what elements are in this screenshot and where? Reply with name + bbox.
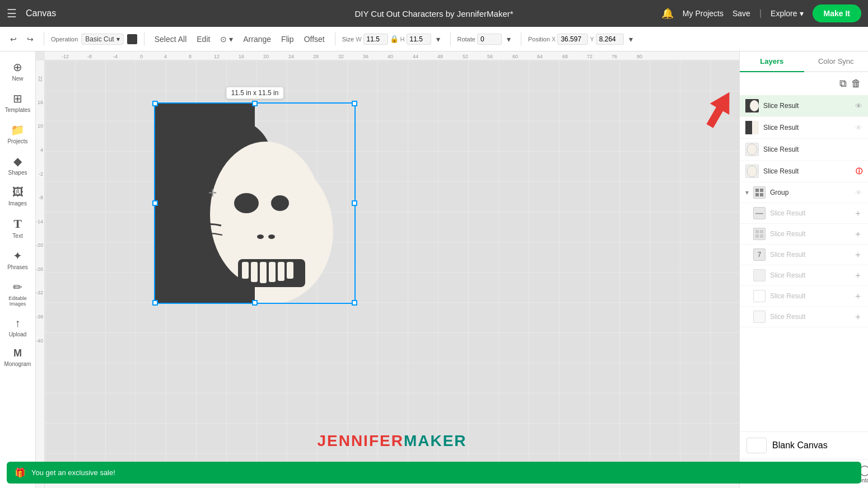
my-projects-link[interactable]: My Projects [683, 9, 724, 18]
layer-item[interactable]: Slice Result ⓘ [740, 161, 868, 182]
blank-canvas-item[interactable]: Blank Canvas [740, 431, 868, 459]
info-icon[interactable]: ⓘ [856, 167, 862, 176]
layer-item[interactable]: Slice Result ＋ [740, 265, 868, 286]
canvas-content[interactable]: 11.5 in x 11.5 in [45, 60, 739, 470]
templates-icon: ⊞ [13, 92, 22, 105]
layer-thumbnail [753, 228, 766, 240]
rotate-unit-button[interactable]: ▾ [503, 32, 514, 46]
layer-thumbnail [745, 165, 759, 178]
plus-icon[interactable]: ＋ [853, 290, 862, 302]
save-button[interactable]: Save [732, 9, 750, 18]
x-input[interactable] [557, 34, 588, 45]
height-input[interactable] [407, 34, 431, 45]
plus-icon[interactable]: ＋ [853, 270, 862, 281]
offset-button[interactable]: Offset [301, 32, 328, 46]
layer-item[interactable]: Slice Result 👁 [740, 95, 868, 117]
chevron-down-icon[interactable]: ▾ [745, 189, 749, 196]
toolbar-sep-2 [144, 32, 144, 46]
plus-icon: ⊕ [13, 60, 22, 74]
layer-item[interactable]: — Slice Result ＋ [740, 203, 868, 224]
svg-rect-22 [760, 189, 763, 192]
rotate-input[interactable] [477, 34, 502, 45]
sidebar-item-images[interactable]: 🖼 Images [2, 181, 34, 211]
plus-icon[interactable]: ＋ [853, 228, 862, 240]
layer-item[interactable]: Slice Result ＋ [740, 286, 868, 307]
toolbar-sep-1 [44, 32, 44, 46]
layer-item[interactable]: Slice Result [740, 139, 868, 161]
upload-icon: ↑ [15, 317, 21, 330]
toolbar-sep-3 [335, 32, 335, 46]
layer-item[interactable]: Slice Result 👁 [740, 117, 868, 139]
handle-middle-left[interactable] [152, 200, 158, 206]
plus-icon[interactable]: ＋ [853, 311, 862, 323]
plus-icon[interactable]: ＋ [853, 208, 862, 219]
width-input[interactable] [363, 34, 388, 45]
bell-icon[interactable]: 🔔 [661, 7, 674, 20]
notification-text: You get an exclusive sale! [31, 468, 115, 477]
tab-color-sync[interactable]: Color Sync [804, 51, 869, 72]
undo-button[interactable]: ↩ [7, 32, 20, 46]
canvas-label: Canvas [26, 8, 56, 18]
layers-list[interactable]: Slice Result 👁 Slice Result 👁 [740, 95, 868, 431]
delete-button[interactable]: 🗑 [851, 78, 861, 90]
sidebar-item-projects[interactable]: 📁 Projects [2, 119, 34, 149]
y-input[interactable] [596, 34, 624, 45]
lock-icon[interactable]: 🔒 [390, 35, 399, 43]
size-unit-button[interactable]: ▾ [433, 32, 444, 46]
layer-thumbnail [745, 143, 759, 156]
layer-name: Slice Result [770, 230, 849, 238]
handle-top-middle[interactable] [252, 101, 258, 106]
operation-select[interactable]: Basic Cut ▾ [81, 34, 123, 45]
layer-name: Slice Result [763, 102, 851, 110]
canvas-area[interactable]: -12 -8 -4 0 4 8 12 16 20 24 28 32 36 40 … [36, 51, 739, 488]
layer-group-header[interactable]: ▾ Group 👁 [740, 182, 868, 203]
handle-bottom-middle[interactable] [252, 300, 258, 306]
position-unit-button[interactable]: ▾ [626, 32, 636, 46]
make-it-button[interactable]: Make It [813, 4, 861, 22]
sidebar-item-upload[interactable]: ↑ Upload [2, 312, 34, 342]
design-object[interactable]: 11.5 in x 11.5 in [154, 102, 356, 304]
layer-thumbnail [753, 311, 766, 323]
arrange-button[interactable]: Arrange [240, 32, 274, 46]
handle-bottom-right[interactable] [352, 300, 357, 306]
svg-point-19 [747, 144, 757, 155]
crosshair-icon: ✛ [208, 187, 217, 199]
ruler-horizontal: -12 -8 -4 0 4 8 12 16 20 24 28 32 36 40 … [45, 51, 739, 60]
handle-bottom-left[interactable] [152, 300, 158, 306]
tab-layers[interactable]: Layers [740, 51, 804, 72]
layer-item[interactable]: Slice Result ＋ [740, 307, 868, 327]
align-button[interactable]: ⊙ ▾ [217, 32, 236, 46]
edit-button[interactable]: Edit [193, 32, 213, 46]
flip-button[interactable]: Flip [278, 32, 297, 46]
sidebar-item-editable-images[interactable]: ✏ Editable Images [2, 276, 34, 311]
layer-name: Slice Result [763, 146, 862, 153]
sidebar-item-text[interactable]: T Text [2, 212, 34, 243]
eye-icon[interactable]: 👁 [855, 189, 862, 197]
explore-button[interactable]: Explore ▾ [771, 9, 803, 18]
layer-item[interactable]: 7 Slice Result ＋ [740, 245, 868, 265]
select-all-button[interactable]: Select All [151, 32, 190, 46]
handle-middle-right[interactable] [352, 200, 357, 206]
duplicate-button[interactable]: ⧉ [839, 78, 847, 90]
sidebar-item-templates[interactable]: ⊞ Templates [2, 87, 34, 118]
color-swatch[interactable] [127, 34, 137, 44]
redo-button[interactable]: ↪ [24, 32, 37, 46]
doc-title: DIY Cut Out Characters by JenniferMaker* [354, 9, 513, 18]
position-label: Position [528, 36, 550, 43]
sidebar-item-new[interactable]: ⊕ New [2, 56, 34, 86]
svg-rect-17 [745, 121, 752, 134]
eye-icon[interactable]: 👁 [855, 124, 862, 132]
sidebar-item-shapes[interactable]: ◆ Shapes [2, 150, 34, 180]
plus-icon[interactable]: ＋ [853, 249, 862, 261]
sidebar-item-phrases[interactable]: ✦ Phrases [2, 245, 34, 275]
hamburger-menu[interactable]: ☰ [7, 7, 17, 20]
svg-rect-21 [755, 189, 759, 192]
w-label: W [356, 36, 361, 43]
sidebar-item-monogram[interactable]: M Monogram [2, 343, 34, 372]
undo-redo-group: ↩ ↪ [7, 32, 37, 46]
handle-top-right[interactable] [352, 101, 357, 106]
layer-item[interactable]: Slice Result ＋ [740, 224, 868, 245]
svg-rect-28 [760, 234, 763, 238]
eye-icon[interactable]: 👁 [855, 102, 862, 110]
handle-top-left[interactable] [152, 101, 158, 106]
